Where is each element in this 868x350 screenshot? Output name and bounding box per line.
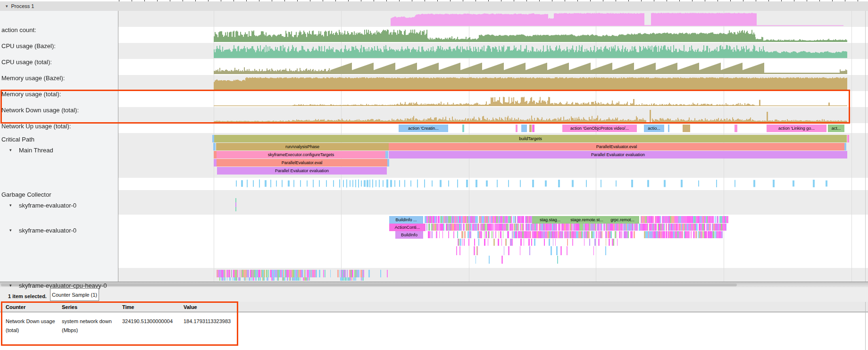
process-header[interactable]: ▾ Process 1 bbox=[0, 1, 868, 11]
table-cell: (total) bbox=[6, 327, 19, 333]
table-body: Network Down usage(total)system network … bbox=[0, 312, 868, 350]
scrollbar-thumb[interactable] bbox=[1, 283, 737, 286]
main-thread-span[interactable]: buildTargets bbox=[214, 135, 847, 142]
track-label[interactable]: Network Up usage (total): bbox=[1, 123, 71, 130]
table-column-header[interactable]: Time bbox=[122, 304, 134, 310]
critical-path-bar[interactable]: actio... bbox=[644, 125, 664, 132]
timeline-right-border bbox=[865, 11, 866, 282]
table-column-header[interactable]: Counter bbox=[6, 304, 25, 310]
table-column-header[interactable]: Value bbox=[184, 304, 197, 310]
timeline-canvas-region[interactable]: action 'Creatin...action 'GenObjcProtos … bbox=[118, 11, 868, 282]
track-label[interactable]: Critical Path bbox=[1, 136, 34, 143]
table-cell: (Mbps) bbox=[62, 327, 78, 333]
table-cell: Network Down usage bbox=[6, 318, 55, 324]
main-thread-span-sliver[interactable] bbox=[844, 143, 846, 150]
critical-path-bar[interactable]: action 'GenObjcProtos video/... bbox=[562, 125, 637, 132]
critical-path-bar-sliver[interactable] bbox=[683, 125, 690, 132]
critical-path-bar[interactable]: action 'Creatin... bbox=[399, 125, 448, 132]
track-collapse-arrow-icon[interactable]: ▾ bbox=[9, 203, 12, 208]
critical-path-bar-sliver[interactable] bbox=[532, 125, 534, 132]
evaluator-span[interactable]: BuildInfo bbox=[395, 231, 423, 239]
main-thread-span[interactable]: skyframeExecutor.configureTargets bbox=[217, 151, 385, 158]
track-label[interactable]: skyframe-evaluator-cpu-heavy-0 bbox=[19, 282, 107, 289]
evaluator-span[interactable]: ActionConti... bbox=[389, 224, 426, 231]
track-collapse-arrow-icon[interactable]: ▾ bbox=[9, 228, 12, 233]
track-collapse-arrow-icon[interactable]: ▾ bbox=[9, 283, 12, 288]
process-title: Process 1 bbox=[11, 3, 34, 9]
track-label[interactable]: action count: bbox=[1, 26, 36, 33]
evaluator-span[interactable]: grpc.remot... bbox=[606, 216, 639, 224]
collapse-arrow-icon[interactable]: ▾ bbox=[6, 4, 8, 8]
track-label[interactable]: skyframe-evaluator-0 bbox=[19, 202, 76, 209]
evaluator-span[interactable]: stag.stag... bbox=[532, 216, 568, 224]
evaluator-span[interactable]: stage.remote.st... bbox=[568, 216, 606, 224]
critical-path-bar-sliver[interactable] bbox=[516, 125, 517, 132]
tab-counter-sample[interactable]: Counter Sample (1) bbox=[50, 288, 99, 301]
main-thread-span-sliver[interactable] bbox=[213, 143, 216, 150]
main-thread-span[interactable]: ParallelEvaluator.eval bbox=[389, 143, 844, 150]
critical-path-bar-sliver[interactable] bbox=[462, 125, 464, 132]
track-collapse-arrow-icon[interactable]: ▾ bbox=[9, 148, 12, 152]
critical-path-bar[interactable]: act... bbox=[828, 125, 844, 132]
track-label[interactable]: skyframe-evaluator-0 bbox=[19, 227, 76, 234]
table-right-border bbox=[865, 302, 866, 350]
critical-path-bar[interactable]: action 'Linking go... bbox=[767, 125, 826, 132]
critical-path-bar-sliver[interactable] bbox=[529, 125, 532, 132]
track-label[interactable]: Memory usage (Bazel): bbox=[1, 75, 65, 82]
selection-status: 1 item selected. bbox=[8, 293, 47, 299]
main-thread-span-sliver[interactable] bbox=[385, 151, 388, 158]
trace-viewer: ▾ Process 1 action count:CPU usage (Baze… bbox=[0, 0, 868, 350]
track-label[interactable]: Network Down usage (total): bbox=[1, 107, 79, 114]
track-label-sidebar: action count:CPU usage (Bazel):CPU usage… bbox=[0, 11, 118, 282]
critical-path-bar-sliver[interactable] bbox=[734, 125, 737, 132]
table-cell: system network down bbox=[62, 318, 112, 324]
critical-path-bar-sliver[interactable] bbox=[521, 125, 527, 132]
details-panel: 1 item selected. Counter Sample (1) Coun… bbox=[0, 287, 868, 350]
track-label[interactable]: Garbage Collector bbox=[1, 191, 51, 198]
table-column-header[interactable]: Series bbox=[62, 304, 77, 310]
main-thread-span[interactable]: runAnalysisPhase bbox=[216, 143, 389, 150]
evaluator-span[interactable]: BuildInfo ... bbox=[389, 216, 423, 224]
table-cell: 324190.51300000004 bbox=[122, 318, 173, 324]
track-label[interactable]: CPU usage (total): bbox=[1, 58, 52, 66]
main-thread-span-sliver[interactable] bbox=[387, 159, 389, 167]
main-thread-span[interactable]: Parallel Evaluator evaluation bbox=[389, 151, 847, 158]
table-header-row: CounterSeriesTimeValue bbox=[0, 302, 868, 312]
table-cell: 184.1793113323983 bbox=[184, 318, 231, 324]
main-thread-span-sliver[interactable] bbox=[847, 135, 849, 142]
horizontal-scrollbar[interactable] bbox=[0, 282, 868, 287]
timeline-area: action count:CPU usage (Bazel):CPU usage… bbox=[0, 11, 868, 282]
main-thread-span[interactable]: Parallel Evaluator evaluation bbox=[217, 167, 387, 175]
track-label[interactable]: CPU usage (Bazel): bbox=[1, 42, 56, 50]
critical-path-bar-sliver[interactable] bbox=[668, 125, 669, 132]
main-thread-span[interactable]: ParallelEvaluator.eval bbox=[217, 159, 387, 167]
track-label[interactable]: Memory usage (total): bbox=[1, 91, 61, 98]
track-label[interactable]: Main Thread bbox=[19, 147, 53, 154]
